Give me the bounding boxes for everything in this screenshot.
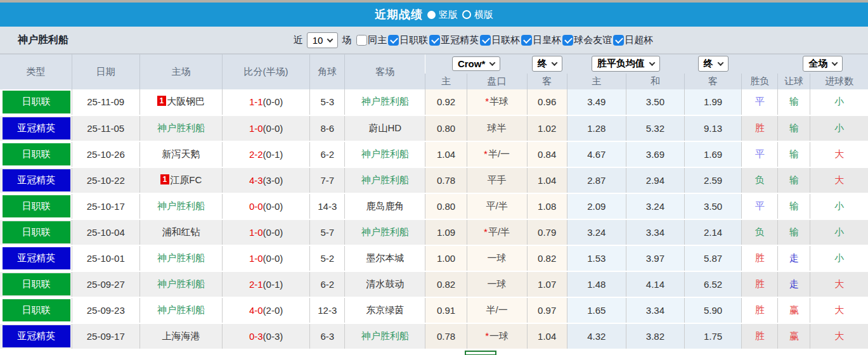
away-team-cell: 清水鼓动 — [345, 271, 425, 297]
odds-time-select[interactable]: 终 — [532, 56, 562, 72]
radio-unselected-icon[interactable] — [462, 10, 471, 19]
match-count-select[interactable]: 10 — [307, 32, 339, 48]
filter-checkbox-label: 日皇杯 — [533, 34, 561, 46]
home-team-cell: 神户胜利船 — [139, 193, 222, 219]
filter-checkbox-label: 亚冠精英 — [441, 34, 479, 46]
filter-checkbox-6[interactable]: 日超杯 — [613, 34, 653, 46]
date-cell: 25-09-23 — [72, 297, 139, 323]
filter-checkbox-0[interactable]: 同主 — [356, 34, 387, 46]
score-cell: 0-0(0-0) — [223, 193, 310, 219]
odds-cell: 1.04 — [425, 141, 467, 167]
fulltime-score: 1-1 — [249, 96, 263, 107]
corner-cell: 14-3 — [310, 193, 345, 219]
date-cell: 25-10-26 — [72, 141, 139, 167]
checkbox-checked-icon[interactable] — [429, 35, 440, 46]
checkbox-checked-icon[interactable] — [480, 35, 491, 46]
goals-result-cell: 小 — [810, 245, 868, 271]
match-row: 亚冠精英25-11-05神户胜利船1-0(0-0)8-6蔚山HD0.80球半1.… — [0, 115, 868, 141]
bookmaker-select-value: Crow* — [458, 58, 485, 69]
fulltime-score: 0-0 — [249, 201, 263, 212]
avg-odds-cell: 9.13 — [684, 115, 741, 141]
avg-odds-cell: 1.99 — [684, 89, 741, 115]
filter-checkbox-1[interactable]: 日职联 — [388, 34, 428, 46]
match-row: 亚冠精英25-10-221江原FC4-3(3-0)7-7神户胜利船0.78平手1… — [0, 167, 868, 193]
goals-result-cell: 大 — [810, 297, 868, 323]
away-team-name: 清水鼓动 — [366, 278, 404, 289]
result-cell: 平 — [742, 193, 778, 219]
odds-cell: 1.09 — [425, 219, 467, 245]
fulltime-score: 4-0 — [249, 305, 263, 316]
radio-horizontal-label[interactable]: 横版 — [474, 9, 493, 21]
corner-cell: 5-2 — [310, 245, 345, 271]
panel-title: 近期战绩 — [375, 7, 423, 22]
home-team-name: 神户胜利船 — [157, 304, 205, 315]
away-team-cell: 神户胜利船 — [345, 323, 425, 349]
odds-time-select-value: 终 — [538, 58, 547, 70]
odds-cell: 0.78 — [425, 167, 467, 193]
avg-odds-cell: 2.14 — [684, 219, 741, 245]
fulltime-score: 1-0 — [249, 227, 263, 238]
league-badge: 日职联 — [3, 143, 70, 165]
radio-vertical-label[interactable]: 竖版 — [439, 9, 458, 21]
score-cell: 1-1(0-0) — [223, 89, 310, 115]
away-team-name: 神户胜利船 — [361, 330, 409, 341]
handicap-line-cell: 一球 — [467, 245, 527, 271]
odds-cell: 1.04 — [527, 167, 567, 193]
avg-type-select[interactable]: 胜平负均值 — [592, 56, 660, 72]
subheader-odds-away: 客 — [527, 74, 567, 89]
col-header-score: 比分(半场) — [223, 55, 310, 89]
filter-checkbox-2[interactable]: 亚冠精英 — [429, 34, 479, 46]
odds-cell: 0.84 — [527, 141, 567, 167]
bookmaker-select[interactable]: Crow* — [452, 56, 500, 71]
checkbox-checked-icon[interactable] — [521, 35, 532, 46]
starred-line-marker: * — [484, 226, 488, 237]
checkbox-unchecked-icon[interactable] — [356, 35, 367, 46]
corner-cell: 6-3 — [310, 323, 345, 349]
filter-checkbox-label: 日超杯 — [625, 34, 653, 46]
odds-cell: 1.04 — [527, 323, 567, 349]
period-select-value: 全场 — [808, 58, 827, 70]
radio-selected-icon[interactable] — [427, 11, 436, 19]
handicap-result-cell: 赢 — [778, 323, 810, 349]
table-header: 类型 日期 主场 比分(半场) 角球 客场 Crow* 终 — [0, 55, 868, 89]
avg-odds-cell: 4.67 — [567, 141, 626, 167]
subheader-handicap-result: 让球 — [778, 74, 810, 89]
period-select[interactable]: 全场 — [803, 56, 843, 72]
home-team-cell: 1大阪钢巴 — [139, 89, 222, 115]
result-cell: 胜 — [742, 271, 778, 297]
checkbox-checked-icon[interactable] — [562, 35, 573, 46]
match-row: 亚冠精英25-09-17上海海港0-3(0-3)6-3神户胜利船0.78*一球1… — [0, 323, 868, 349]
fulltime-score: 2-1 — [249, 279, 263, 290]
result-cell: 平 — [742, 141, 778, 167]
league-cell: 亚冠精英 — [0, 167, 72, 193]
goals-result-cell: 大 — [810, 141, 868, 167]
odds-cell: 1.08 — [527, 193, 567, 219]
filter-checkbox-3[interactable]: 日联杯 — [480, 34, 520, 46]
layout-radio-vertical[interactable]: 竖版 — [427, 9, 458, 21]
avg-odds-cell: 4.14 — [626, 271, 684, 297]
avg-odds-cell: 3.50 — [684, 193, 741, 219]
fulltime-score: 4-3 — [249, 175, 263, 186]
starred-line-marker: * — [485, 96, 489, 106]
avg-time-select[interactable]: 终 — [698, 56, 729, 72]
home-team-name: 神户胜利船 — [157, 122, 205, 133]
col-header-away: 客场 — [345, 55, 425, 89]
avg-odds-cell: 3.34 — [626, 297, 684, 323]
layout-radio-horizontal[interactable]: 横版 — [462, 9, 493, 21]
avg-odds-cell: 3.24 — [567, 219, 626, 245]
handicap-line-cell: *平/半 — [467, 219, 527, 245]
corner-cell: 7-7 — [310, 167, 345, 193]
checkbox-checked-icon[interactable] — [613, 35, 624, 46]
home-team-cell: 新泻天鹅 — [139, 141, 222, 167]
corner-cell: 6-2 — [310, 271, 345, 297]
handicap-result-cell: 输 — [778, 193, 810, 219]
home-team-name: 神户胜利船 — [157, 252, 205, 263]
checkbox-checked-icon[interactable] — [388, 35, 399, 46]
handicap-result-cell: 走 — [778, 271, 810, 297]
filter-checkbox-5[interactable]: 球会友谊 — [562, 34, 612, 46]
filter-checkbox-4[interactable]: 日皇杯 — [521, 34, 561, 46]
avg-odds-cell: 1.65 — [567, 297, 626, 323]
home-team-cell: 神户胜利船 — [139, 297, 222, 323]
league-cell: 日职联 — [0, 141, 72, 167]
away-team-cell: 神户胜利船 — [345, 167, 425, 193]
